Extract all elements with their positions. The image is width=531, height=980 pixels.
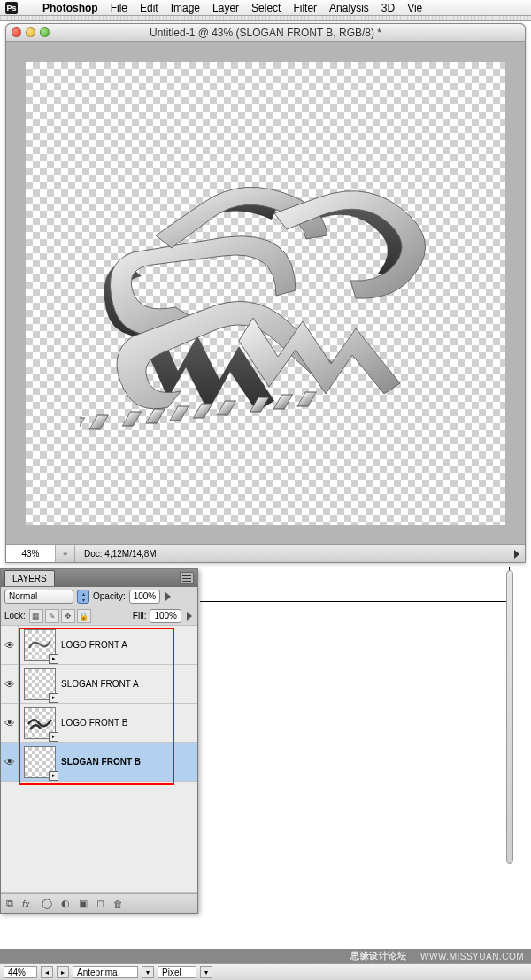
document-title: Untitled-1 @ 43% (SLOGAN FRONT B, RGB/8)… [6, 27, 525, 39]
menu-select[interactable]: Select [251, 2, 281, 14]
menu-filter[interactable]: Filter [293, 2, 317, 14]
unit-dropdown-icon[interactable]: ▾ [200, 966, 212, 978]
unit-select[interactable]: Pixel [158, 966, 196, 978]
adjustment-layer-icon[interactable]: ◐ [61, 898, 70, 909]
canvas[interactable] [26, 62, 505, 525]
app-status-bar: 44% ◂ ▸ Anteprima ▾ Pixel ▾ [0, 963, 531, 980]
doc-info-menu-icon[interactable] [514, 550, 519, 559]
app-zoom-field[interactable]: 44% [4, 966, 37, 978]
menu-view[interactable]: Vie [407, 2, 422, 14]
document-titlebar[interactable]: Untitled-1 @ 43% (SLOGAN FRONT B, RGB/8)… [6, 24, 525, 42]
options-bar [0, 16, 531, 21]
mac-menubar: Ps Photoshop File Edit Image Layer Selec… [0, 0, 531, 16]
visibility-toggle[interactable]: 👁 [1, 665, 19, 703]
fill-input[interactable]: 100% [150, 609, 181, 623]
layers-empty-area[interactable] [1, 782, 197, 893]
visibility-toggle[interactable]: 👁 [1, 626, 19, 664]
layer-thumbnail[interactable]: ▸ [24, 629, 56, 661]
layer-name[interactable]: LOGO FRONT B [61, 718, 197, 728]
panel-menu-icon[interactable] [180, 572, 194, 584]
aux-frame [200, 567, 510, 602]
zoom-field[interactable]: 43% [6, 545, 56, 562]
view-mode-dropdown-icon[interactable]: ▾ [142, 966, 154, 978]
navigator-icon[interactable]: ⌖ [56, 545, 75, 562]
lock-position-icon[interactable]: ✥ [61, 609, 75, 623]
document-body [6, 42, 525, 544]
menu-3d[interactable]: 3D [381, 2, 395, 14]
menu-edit[interactable]: Edit [140, 2, 158, 14]
window-controls [12, 27, 50, 37]
opacity-label: Opacity: [93, 591, 126, 601]
blend-mode-select[interactable]: Normal [4, 590, 73, 604]
opacity-slider-icon[interactable] [165, 592, 171, 601]
layer-row[interactable]: 👁 ▸ SLOGAN FRONT B [1, 743, 197, 782]
document-window: Untitled-1 @ 43% (SLOGAN FRONT B, RGB/8)… [5, 23, 526, 563]
add-mask-icon[interactable]: ◯ [42, 898, 52, 909]
lock-label: Lock: [4, 611, 26, 621]
artwork-3d-logo [80, 146, 451, 442]
close-button[interactable] [12, 27, 21, 37]
layers-tab[interactable]: LAYERS [4, 570, 55, 586]
svg-rect-1 [80, 418, 85, 432]
lock-transparency-icon[interactable]: ▦ [29, 609, 43, 623]
smart-object-icon: ▸ [49, 654, 58, 664]
blend-opacity-row: Normal ▴▾ Opacity: 100% [1, 587, 197, 606]
watermark-cn: 思缘设计论坛 [350, 950, 406, 962]
layers-panel-footer: ⧉ fx. ◯ ◐ ▣ ◻ 🗑 [1, 893, 197, 913]
svg-rect-9 [273, 395, 292, 409]
link-layers-icon[interactable]: ⧉ [6, 898, 13, 909]
zoom-button[interactable] [40, 27, 50, 37]
layer-name[interactable]: SLOGAN FRONT B [61, 757, 197, 767]
menu-file[interactable]: File [111, 2, 127, 14]
lock-fill-row: Lock: ▦ ✎ ✥ 🔒 Fill: 100% [1, 606, 197, 626]
layers-panel: LAYERS Normal ▴▾ Opacity: 100% Lock: ▦ ✎… [0, 568, 198, 914]
new-group-icon[interactable]: ▣ [79, 898, 88, 909]
svg-rect-2 [89, 415, 108, 429]
menu-analysis[interactable]: Analysis [329, 2, 369, 14]
layer-thumbnail[interactable]: ▸ [24, 707, 56, 739]
fill-label: Fill: [133, 611, 147, 621]
menu-image[interactable]: Image [171, 2, 200, 14]
app-menu[interactable]: Photoshop [42, 2, 98, 14]
layer-name[interactable]: LOGO FRONT A [61, 640, 197, 650]
lock-all-icon[interactable]: 🔒 [77, 609, 91, 623]
svg-rect-4 [146, 409, 165, 423]
lock-pixels-icon[interactable]: ✎ [45, 609, 59, 623]
collapsed-panel-dock[interactable] [506, 570, 513, 864]
layer-name[interactable]: SLOGAN FRONT A [61, 679, 197, 689]
svg-rect-3 [122, 412, 141, 426]
new-layer-icon[interactable]: ◻ [96, 898, 104, 909]
layer-thumbnail[interactable]: ▸ [24, 746, 56, 778]
opacity-input[interactable]: 100% [129, 590, 161, 604]
document-status-bar: 43% ⌖ Doc: 4,12M/14,8M [6, 544, 525, 562]
zoom-stepper-right[interactable]: ▸ [57, 966, 69, 978]
photoshop-app-icon: Ps [5, 2, 18, 14]
visibility-toggle[interactable]: 👁 [1, 704, 19, 742]
zoom-stepper-left[interactable]: ◂ [41, 966, 53, 978]
watermark-bar: 思缘设计论坛 WWW.MISSYUAN.COM [0, 949, 531, 963]
layer-fx-icon[interactable]: fx. [22, 899, 33, 909]
layer-row[interactable]: 👁 ▸ LOGO FRONT B [1, 704, 197, 743]
svg-rect-7 [217, 401, 235, 415]
blend-mode-stepper[interactable]: ▴▾ [77, 590, 89, 604]
smart-object-icon: ▸ [49, 771, 58, 781]
minimize-button[interactable] [26, 27, 35, 37]
layers-list: 👁 ▸ LOGO FRONT A 👁 ▸ SLOGAN FRONT A 👁 ▸ … [1, 626, 197, 893]
svg-rect-10 [297, 392, 316, 406]
layer-row[interactable]: 👁 ▸ SLOGAN FRONT A [1, 665, 197, 704]
lock-controls: ▦ ✎ ✥ 🔒 [29, 609, 91, 623]
delete-layer-icon[interactable]: 🗑 [113, 899, 123, 909]
view-mode-select[interactable]: Anteprima [73, 966, 138, 978]
panel-tabbar: LAYERS [1, 569, 197, 587]
layer-row[interactable]: 👁 ▸ LOGO FRONT A [1, 626, 197, 665]
smart-object-icon: ▸ [49, 693, 58, 703]
watermark-url: WWW.MISSYUAN.COM [420, 952, 524, 961]
menu-layer[interactable]: Layer [212, 2, 239, 14]
svg-rect-5 [170, 406, 189, 421]
fill-slider-icon[interactable] [187, 612, 192, 621]
smart-object-icon: ▸ [49, 732, 58, 742]
svg-rect-6 [194, 404, 212, 418]
layer-thumbnail[interactable]: ▸ [24, 668, 56, 700]
visibility-toggle[interactable]: 👁 [1, 743, 19, 781]
doc-info-text: Doc: 4,12M/14,8M [75, 549, 514, 559]
